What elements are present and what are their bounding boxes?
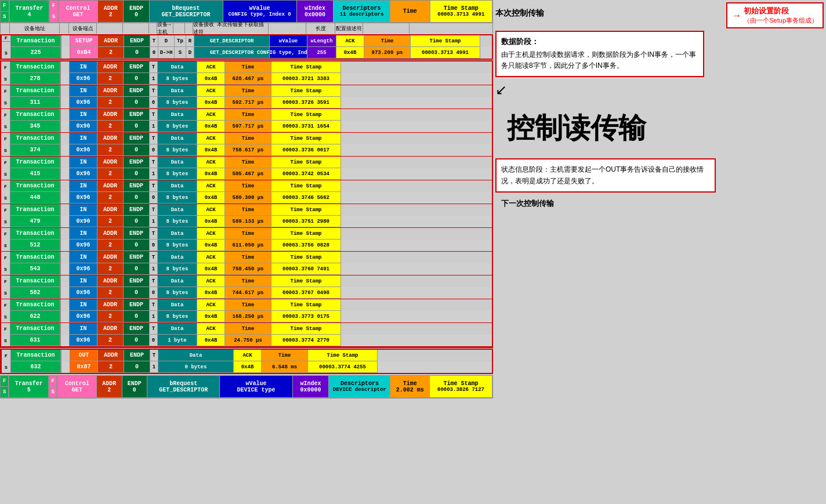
in-transaction-311: F Transaction IN ADDR ENDP T Data ACK Ti… [1,85,492,109]
transfer-timestamp: Time Stamp 00003.3713 4991 [430,1,493,23]
transfer-wvalue: wValue CONFIG type, Index 0 [223,1,297,23]
in-transaction-448: F Transaction IN ADDR ENDP T Data ACK Ti… [1,180,492,204]
setup-transaction-block: F Transaction SETUP ADDR ENDP T D Tp R G… [0,34,493,60]
control-transfer-label: 本次控制传输 [495,8,544,19]
setup-data: S 225 0xB4 2 0 0 D->H S D GET_DESCRIPTOR… [2,47,492,59]
right-panel: 本次控制传输 → 初始设置阶段 （由一个Setup事务组成） 数据阶段： 由于主… [493,0,826,504]
setup-header: F Transaction SETUP ADDR ENDP T D Tp R G… [2,35,492,47]
setup-type-header: SETUP [70,35,98,47]
transfer-windex: wIndex 0x0000 [297,1,334,23]
transfer-brequest: bRequest GET_DESCRIPTOR [150,1,223,23]
setup-transaction-name: Transaction [11,35,61,47]
data-arrow: ↙ [495,82,824,98]
next-transfer-label: 下一次控制传输 [501,198,824,209]
transfer-addr: ADDR 2 [98,1,124,23]
in-transaction-374: F Transaction IN ADDR ENDP T Data ACK Ti… [1,133,492,157]
transfer-fs: F S [1,1,10,23]
btransfer-windex: wIndex 0x0000 [293,376,329,398]
initial-phase-label: 初始设置阶段 [744,6,818,16]
out-data: S 632 0x87 2 0 1 0 bytes 0x4B 6.548 ms 0… [2,361,492,373]
big-title: 控制读传输 [507,110,824,147]
in-transaction-631: F Transaction IN ADDR ENDP T Data ACK Ti… [1,323,492,347]
btransfer-time: Time 2.002 ms [390,376,430,398]
in-transaction-479: F Transaction IN ADDR ENDP T Data ACK Ti… [1,204,492,228]
transfer-endp: ENDP 0 [124,1,149,23]
in-transaction-543: F Transaction IN ADDR ENDP T Data ACK Ti… [1,252,492,275]
bottom-transfer-row: F S Transfer 5 F S Control GET [0,375,493,398]
btransfer-timestamp: Time Stamp 00003.3826 7127 [430,376,492,398]
in-transaction-278: F Transaction IN ADDR ENDP T Data ACK Ti… [1,61,492,85]
btransfer-wvalue: wValue DEVICE type [220,376,292,398]
btransfer-control: Control GET [57,376,97,398]
in-transaction-345: F Transaction IN ADDR ENDP T Data ACK Ti… [1,109,492,133]
setup-num: 225 [11,47,61,59]
btransfer-endp: ENDP 0 [122,376,148,398]
btransfer-addr: ADDR 2 [97,376,122,398]
setup-compose-label: （由一个Setup事务组成） [744,16,818,25]
btransfer-descriptors: Descriptors DEVICE descriptor [329,376,390,398]
column-subheader: 设备地址 设备端点 设备→主机 设备接收 本次传输要下获取描述符 长度 配置描述… [0,23,493,34]
btransfer-label: Transfer 5 [9,376,49,398]
transfer-control-fs: F S [49,1,59,23]
in-transaction-415: F Transaction IN ADDR ENDP T Data ACK Ti… [1,157,492,180]
status-phase-desc: 状态信息阶段：主机需要发起一个OUT事务告诉设备自己的接收情况，表明是成功了还是… [501,164,710,186]
in-transaction-622: F Transaction IN ADDR ENDP T Data ACK Ti… [1,299,492,323]
in-transaction-582: F Transaction IN ADDR ENDP T Data ACK Ti… [1,275,492,299]
status-phase-box: 状态信息阶段：主机需要发起一个OUT事务告诉设备自己的接收情况，表明是成功了还是… [495,158,716,192]
top-transfer-row: F S Transfer 4 F S Control GET [0,0,493,23]
out-transaction-block: F Transaction OUT ADDR ENDP T Data ACK T… [0,349,493,374]
setup-type-val: 0xB4 [70,47,98,59]
transfer-descriptors: Descriptors 11 descriptors [334,1,390,23]
in-transactions-container: F Transaction IN ADDR ENDP T Data ACK Ti… [0,60,493,348]
initial-phase-box: → 初始设置阶段 （由一个Setup事务组成） [726,2,824,28]
out-header: F Transaction OUT ADDR ENDP T Data ACK T… [2,350,492,361]
btransfer-brequest: bRequest GET_DESCRIPTOR [147,376,220,398]
transfer-control: Control GET [59,1,99,23]
transfer-time: Time [390,1,430,23]
in-transaction-512: F Transaction IN ADDR ENDP T Data ACK Ti… [1,228,492,252]
data-phase-desc: 由于主机是控制读数据请求，则数据阶段为多个IN事务，一个事务只能读8字节，因此分… [501,49,698,71]
transfer-label: Transfer 4 [10,1,50,23]
data-phase-box: 数据阶段： 由于主机是控制读数据请求，则数据阶段为多个IN事务，一个事务只能读8… [495,31,704,77]
btransfer-fs: F S [1,376,9,398]
btransfer-control-fs: F S [49,376,57,398]
left-panel: F S Transfer 4 F S Control GET [0,0,493,504]
